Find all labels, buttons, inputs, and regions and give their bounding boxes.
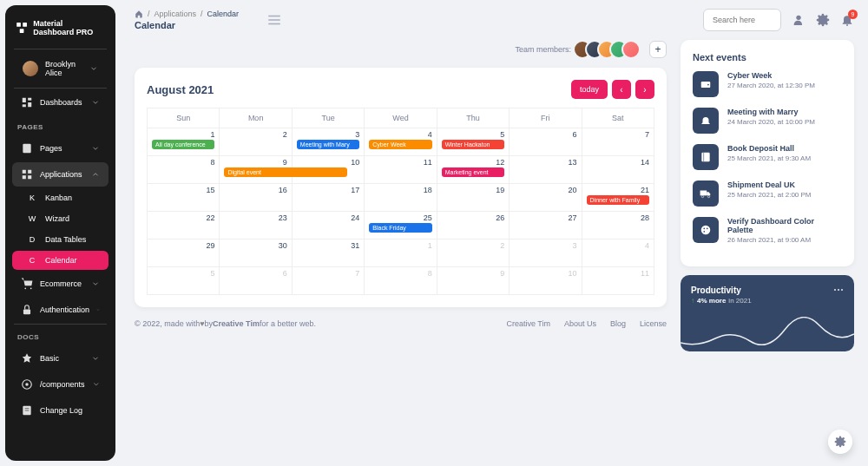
- sidebar-item-components[interactable]: /components: [12, 372, 108, 397]
- calendar-cell[interactable]: 25Black Friday: [365, 212, 437, 240]
- account-icon[interactable]: [792, 13, 806, 27]
- svg-point-15: [25, 383, 29, 386]
- brand[interactable]: Material Dashboard PRO: [5, 14, 115, 47]
- notifications-icon[interactable]: 9: [840, 13, 854, 27]
- calendar-cell[interactable]: 29: [148, 240, 220, 267]
- calendar-cell[interactable]: 26: [437, 212, 510, 240]
- wallet-icon: [693, 71, 719, 97]
- calendar-cell[interactable]: 31: [293, 240, 365, 267]
- add-member-button[interactable]: +: [649, 41, 667, 58]
- event-item[interactable]: Book Deposit Hall 25 March 2021, at 9:30…: [693, 144, 842, 170]
- event-item[interactable]: Meeting with Marry 24 March 2020, at 10:…: [693, 108, 842, 134]
- calendar-cell[interactable]: 4Cyber Week: [365, 128, 437, 156]
- calendar-cell[interactable]: 17: [293, 184, 365, 212]
- next-button[interactable]: ›: [635, 80, 654, 99]
- calendar-cell[interactable]: 28: [582, 212, 654, 240]
- avatar[interactable]: [621, 40, 641, 59]
- calendar-cell[interactable]: 9: [437, 267, 510, 295]
- sidebar-item-authentication[interactable]: Authentication: [12, 298, 108, 322]
- calendar-cell[interactable]: 1All day conference: [148, 128, 220, 156]
- user-row[interactable]: Brooklyn Alice: [12, 53, 108, 84]
- more-icon[interactable]: ⋯: [833, 284, 844, 296]
- menu-icon[interactable]: [266, 12, 282, 28]
- calendar-event[interactable]: Marketing event: [442, 167, 504, 177]
- sidebar-item-applications[interactable]: Applications: [12, 162, 108, 187]
- search-input[interactable]: [703, 9, 781, 31]
- calendar-cell[interactable]: 4: [582, 240, 654, 267]
- calendar-cell[interactable]: 10: [510, 267, 582, 295]
- calendar-cell[interactable]: 6: [510, 128, 582, 156]
- sidebar-sub-datatables[interactable]: DData Tables: [12, 230, 108, 249]
- calendar-cell[interactable]: 8: [365, 267, 437, 295]
- calendar-cell[interactable]: 3Meeting with Mary: [293, 128, 365, 156]
- calendar-cell[interactable]: 15: [148, 184, 220, 212]
- sidebar-item-basic[interactable]: Basic: [12, 346, 108, 371]
- calendar-cell[interactable]: 8: [148, 156, 220, 184]
- sidebar-item-ecommerce[interactable]: Ecommerce: [12, 272, 108, 296]
- calendar-event[interactable]: Dinner with Family: [587, 195, 649, 205]
- calendar-cell[interactable]: 22: [148, 212, 220, 240]
- divider: [14, 88, 107, 89]
- calendar-event[interactable]: Winter Hackaton: [442, 140, 504, 149]
- calendar-cell[interactable]: 11: [365, 156, 437, 184]
- event-item[interactable]: Cyber Week 27 March 2020, at 12:30 PM: [693, 71, 842, 97]
- event-date: 24 March 2020, at 10:00 PM: [727, 118, 815, 126]
- calendar-event[interactable]: Meeting with Mary: [297, 140, 359, 149]
- breadcrumb-current: Calendar: [207, 10, 240, 18]
- breadcrumb-applications[interactable]: Applications: [155, 10, 197, 18]
- calendar-cell[interactable]: 6: [220, 267, 292, 295]
- calendar-grid: SunMonTueWedThuFriSat1All day conference…: [147, 108, 654, 295]
- calendar-cell[interactable]: 20: [510, 184, 582, 212]
- calendar-cell[interactable]: 16: [220, 184, 292, 212]
- calendar-cell[interactable]: 7: [293, 267, 365, 295]
- calendar-cell[interactable]: 5Winter Hackaton: [437, 128, 510, 156]
- calendar-cell[interactable]: 23: [220, 212, 292, 240]
- components-icon: [21, 378, 33, 391]
- settings-fab[interactable]: [828, 430, 852, 454]
- calendar-cell[interactable]: 7: [582, 128, 654, 156]
- productivity-title: Productivity: [691, 286, 844, 295]
- gear-icon[interactable]: [816, 13, 830, 27]
- svg-point-23: [796, 16, 800, 20]
- sidebar-sub-wizard[interactable]: WWizard: [12, 209, 108, 228]
- today-button[interactable]: today: [571, 80, 608, 99]
- calendar-event[interactable]: Cyber Week: [369, 140, 431, 149]
- calendar-cell[interactable]: 5: [148, 267, 220, 295]
- calendar-cell[interactable]: 27: [510, 212, 582, 240]
- next-events-title: Next events: [693, 52, 842, 62]
- sidebar-item-pages[interactable]: Pages: [12, 136, 108, 161]
- footer-link[interactable]: Creative Tim: [506, 319, 550, 328]
- sidebar-sub-kanban[interactable]: KKanban: [12, 188, 108, 207]
- sidebar-item-changelog[interactable]: Change Log: [12, 398, 108, 423]
- calendar-cell[interactable]: 3: [510, 240, 582, 267]
- calendar-event[interactable]: All day conference: [152, 140, 214, 149]
- calendar-day-header: Thu: [437, 108, 510, 128]
- calendar-cell[interactable]: 11: [582, 267, 654, 295]
- calendar-cell[interactable]: 13: [510, 156, 582, 184]
- calendar-event[interactable]: Digital event: [224, 167, 346, 177]
- event-item[interactable]: Shipment Deal UK 25 March 2021, at 2:00 …: [693, 180, 842, 207]
- calendar-event[interactable]: Black Friday: [369, 223, 431, 233]
- calendar-cell[interactable]: 12Marketing event: [437, 156, 510, 184]
- calendar-cell[interactable]: 1: [365, 240, 437, 267]
- sidebar-item-dashboards[interactable]: Dashboards: [12, 90, 108, 115]
- calendar-cell[interactable]: 21Dinner with Family: [582, 184, 654, 212]
- calendar-cell[interactable]: 18: [365, 184, 437, 212]
- prev-button[interactable]: ‹: [612, 80, 631, 99]
- calendar-cell[interactable]: 14: [582, 156, 654, 184]
- calendar-cell[interactable]: 2: [220, 128, 292, 156]
- footer-link[interactable]: License: [640, 319, 667, 328]
- home-icon[interactable]: [135, 10, 143, 18]
- footer-link[interactable]: Blog: [610, 319, 626, 328]
- changelog-icon: [21, 404, 33, 417]
- footer-link[interactable]: About Us: [564, 319, 596, 328]
- calendar-cell[interactable]: 2: [437, 240, 510, 267]
- calendar-cell[interactable]: 9Digital event: [220, 156, 292, 184]
- sidebar: Material Dashboard PRO Brooklyn Alice Da…: [5, 5, 115, 461]
- footer-author[interactable]: Creative Tim: [213, 319, 260, 328]
- calendar-cell[interactable]: 30: [220, 240, 292, 267]
- calendar-cell[interactable]: 24: [293, 212, 365, 240]
- calendar-cell[interactable]: 19: [437, 184, 510, 212]
- event-item[interactable]: Verify Dashboard Color Palette 26 March …: [693, 217, 842, 244]
- sidebar-sub-calendar[interactable]: CCalendar: [12, 251, 108, 270]
